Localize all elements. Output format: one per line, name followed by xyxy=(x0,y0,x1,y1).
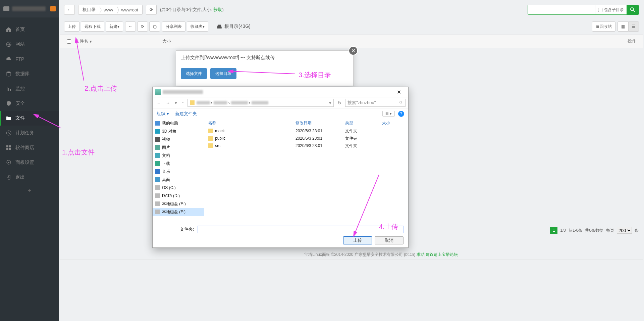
os-toolbar: 组织 ▾ 新建文件夹 ☷ ▾ ? xyxy=(153,108,408,119)
sidebar-item-label: 软件商店 xyxy=(15,145,34,151)
sidebar-item-website[interactable]: 网站 xyxy=(0,37,59,52)
panel-title-blurred xyxy=(12,6,46,11)
terminal-button[interactable]: ▢ xyxy=(149,21,160,32)
sidebar-item-security[interactable]: 安全 xyxy=(0,96,59,111)
os-back-button[interactable]: ← xyxy=(155,100,162,105)
search-button[interactable] xyxy=(627,5,639,14)
tree-music[interactable]: 音乐 xyxy=(153,168,204,176)
sidebar-item-home[interactable]: 首页 xyxy=(0,22,59,37)
sidebar-item-monitor[interactable]: 监控 xyxy=(0,81,59,96)
svg-rect-5 xyxy=(6,148,8,150)
include-subdir-checkbox[interactable]: 包含子目录 xyxy=(595,5,627,14)
tree-3d[interactable]: 3D 对象 xyxy=(153,127,204,135)
recycle-bin-button[interactable]: 🗑 回收站 xyxy=(592,21,615,32)
select-all-checkbox[interactable] xyxy=(67,39,71,44)
search-input[interactable] xyxy=(528,5,595,14)
list-view-button[interactable]: ☰ xyxy=(628,21,639,32)
sidebar-item-settings[interactable]: 面板设置 xyxy=(0,155,59,170)
svg-rect-3 xyxy=(6,145,8,147)
share-list-button[interactable]: 分享列表 xyxy=(162,21,185,32)
breadcrumb-wwwroot[interactable]: wwwroot xyxy=(117,5,142,14)
os-col-size[interactable]: 大小 xyxy=(382,120,402,126)
os-col-date[interactable]: 修改日期 xyxy=(296,120,345,126)
os-up-button[interactable]: ↑ xyxy=(180,100,185,105)
sidebar-item-label: 监控 xyxy=(15,86,25,92)
tree-datad[interactable]: DATA (D:) xyxy=(153,192,204,200)
tree-osc[interactable]: OS (C:) xyxy=(153,184,204,192)
os-forward-button[interactable]: → xyxy=(164,100,171,105)
os-tree: 我的电脑 3D 对象 视频 图片 文档 下载 音乐 桌面 OS (C:) DAT… xyxy=(153,119,204,222)
sidebar-item-files[interactable]: 文件 xyxy=(0,111,59,126)
drive-icon xyxy=(155,210,160,214)
sidebar-item-cron[interactable]: 计划任务 xyxy=(0,126,59,140)
os-help-button[interactable]: ? xyxy=(398,111,404,117)
os-view-button[interactable]: ☷ ▾ xyxy=(382,111,395,117)
version-badge xyxy=(50,6,56,11)
include-subdir-label: 包含子目录 xyxy=(604,7,624,13)
copyright-text: 宝塔Linux面板 ©2014-2020 广东堡塔安全技术有限公司 (bt.cn… xyxy=(304,252,416,257)
download-icon xyxy=(155,161,160,166)
os-address-bar[interactable]: › › › ▾ xyxy=(187,99,334,107)
svg-rect-4 xyxy=(9,145,11,147)
os-refresh-button[interactable]: ↻ xyxy=(336,100,343,105)
folder-icon xyxy=(208,136,213,141)
os-close-button[interactable]: ✕ xyxy=(392,89,406,95)
sidebar-item-store[interactable]: 软件商店 xyxy=(0,140,59,155)
os-organize-button[interactable]: 组织 ▾ xyxy=(157,111,169,117)
page-from: 从1-0条 xyxy=(569,228,582,233)
os-upload-button[interactable]: 上传 xyxy=(343,236,372,244)
back-button[interactable]: ← xyxy=(64,5,75,15)
os-row[interactable]: src2020/6/3 23:01文件夹 xyxy=(204,142,408,149)
col-filename[interactable]: 文件名 ▾ xyxy=(75,38,162,44)
os-row[interactable]: mock2020/6/3 23:01文件夹 xyxy=(204,127,408,135)
help-link[interactable]: 求助 xyxy=(417,252,425,257)
sidebar-item-exit[interactable]: 退出 xyxy=(0,170,59,185)
tree-picture[interactable]: 图片 xyxy=(153,143,204,151)
remote-download-button[interactable]: 远程下载 xyxy=(81,21,104,32)
os-col-type[interactable]: 类型 xyxy=(345,120,382,126)
tree-mypc[interactable]: 我的电脑 xyxy=(153,119,204,127)
svg-point-8 xyxy=(631,8,634,11)
per-page-label: 每页 xyxy=(606,228,614,233)
sidebar-item-label: 首页 xyxy=(15,27,25,33)
tree-desktop[interactable]: 桌面 xyxy=(153,176,204,184)
os-col-name[interactable]: 名称 xyxy=(208,120,296,126)
nav-back-button[interactable]: ← xyxy=(125,21,136,32)
col-size[interactable]: 大小 xyxy=(162,38,182,44)
sidebar-add-button[interactable]: + xyxy=(0,185,59,197)
dialog-close-button[interactable]: ✕ xyxy=(348,46,358,55)
os-title-blurred xyxy=(163,90,203,94)
tree-doc[interactable]: 文档 xyxy=(153,151,204,159)
upload-button[interactable]: 上传 xyxy=(64,21,79,32)
tree-video[interactable]: 视频 xyxy=(153,135,204,143)
per-page-select[interactable]: 200 xyxy=(617,227,632,234)
copyright: 宝塔Linux面板 ©2014-2020 广东堡塔安全技术有限公司 (bt.cn… xyxy=(118,252,644,258)
favorites-button[interactable]: 收藏夹 ▾ xyxy=(187,21,208,32)
monitor-icon xyxy=(3,6,9,11)
breadcrumb-root[interactable]: 根目录 xyxy=(78,5,100,14)
sidebar-item-database[interactable]: 数据库 xyxy=(0,66,59,81)
tree-diskf[interactable]: 本地磁盘 (F:) xyxy=(153,208,204,216)
page-1[interactable]: 1 xyxy=(550,227,557,234)
tree-download[interactable]: 下载 xyxy=(153,159,204,168)
select-directory-button[interactable]: 选择目录 xyxy=(210,68,236,79)
folder-name-input[interactable] xyxy=(198,226,404,233)
refresh-button[interactable]: ⟳ xyxy=(146,5,157,15)
tree-diske[interactable]: 本地磁盘 (E:) xyxy=(153,200,204,208)
os-cancel-button[interactable]: 取消 xyxy=(375,236,404,244)
select-file-button[interactable]: 选择文件 xyxy=(181,68,207,79)
desktop-icon xyxy=(155,177,160,182)
forum-link[interactable]: 建议请上宝塔论坛 xyxy=(426,252,458,257)
breadcrumb-www[interactable]: www xyxy=(100,5,117,14)
new-button[interactable]: 新建 ▾ xyxy=(106,21,123,32)
sidebar-item-ftp[interactable]: FTP xyxy=(0,52,59,66)
stat-fetch-link[interactable]: 获取 xyxy=(213,7,222,12)
grid-view-button[interactable]: ▦ xyxy=(618,21,628,32)
toolbar-refresh-button[interactable]: ⟳ xyxy=(137,21,148,32)
gear-icon xyxy=(6,160,11,165)
os-search-input[interactable]: 搜索"zhuzhou" xyxy=(345,99,406,107)
os-row[interactable]: public2020/6/3 23:01文件夹 xyxy=(204,135,408,142)
drive-icon xyxy=(155,201,160,206)
os-new-folder-button[interactable]: 新建文件夹 xyxy=(175,111,197,117)
os-history-dropdown[interactable]: ▾ xyxy=(173,100,178,105)
